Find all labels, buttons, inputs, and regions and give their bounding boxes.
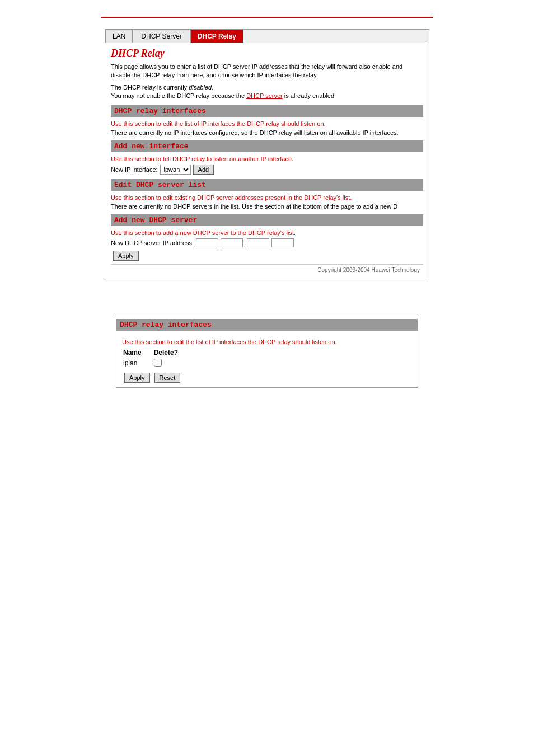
dhcp-server-link[interactable]: DHCP server: [246, 92, 283, 99]
tab-dhcp-server[interactable]: DHCP Server: [134, 30, 189, 43]
interfaces-table: Name Delete? iplan: [122, 348, 189, 369]
second-panel-apply-button[interactable]: Apply: [124, 373, 150, 383]
status-line2: You may not enable the DHCP relay becaus…: [111, 92, 246, 99]
edit-servers-desc: Use this section to edit existing DHCP s…: [111, 194, 423, 201]
section-header-edit-servers: Edit DHCP server list: [111, 179, 423, 191]
status-line3: is already enabled.: [283, 92, 336, 99]
add-server-desc: Use this section to add a new DHCP serve…: [111, 229, 423, 236]
section-header-add-server: Add new DHCP server: [111, 214, 423, 226]
main-content: DHCP Relay This page allows you to enter…: [105, 43, 429, 280]
status-disabled: disabled: [189, 84, 212, 91]
ip-address-inputs: .: [196, 238, 294, 247]
relay-interfaces-desc: Use this section to edit the list of IP …: [111, 120, 423, 127]
status-text: The DHCP relay is currently disabled. Yo…: [111, 83, 423, 101]
status-prefix: The DHCP relay is currently: [111, 84, 189, 91]
table-row: iplan: [122, 358, 189, 369]
ip-octet-1[interactable]: [196, 238, 218, 247]
second-panel: DHCP relay interfaces Use this section t…: [116, 314, 418, 388]
edit-servers-note: There are currently no DHCP servers in t…: [111, 203, 423, 210]
second-panel-content: Use this section to edit the list of IP …: [116, 334, 418, 387]
section-header-relay-interfaces: DHCP relay interfaces: [111, 105, 423, 117]
new-interface-label: New IP interface:: [111, 166, 158, 173]
second-panel-header: DHCP relay interfaces: [116, 319, 418, 331]
tab-lan[interactable]: LAN: [105, 30, 133, 43]
top-rule: [101, 17, 433, 18]
status-period: .: [212, 84, 213, 91]
page-title: DHCP Relay: [111, 48, 423, 59]
section-header-add-interface: Add new interface: [111, 140, 423, 152]
ip-octet-4[interactable]: [271, 238, 294, 247]
page-description: This page allows you to enter a list of …: [111, 63, 423, 80]
copyright: Copyright 2003-2004 Huawei Technology: [111, 264, 423, 275]
ip-dot-2: .: [244, 240, 246, 246]
relay-interfaces-note: There are currently no IP interfaces con…: [111, 129, 423, 136]
new-interface-row: New IP interface: ipwan iplan Add: [111, 165, 423, 175]
second-panel-btn-row: Apply Reset: [122, 373, 412, 383]
new-server-ip-row: New DHCP server IP address: .: [111, 238, 423, 247]
interface-delete-checkbox[interactable]: [154, 359, 162, 367]
page-wrapper: LAN DHCP Server DHCP Relay DHCP Relay Th…: [0, 0, 534, 756]
tab-dhcp-relay[interactable]: DHCP Relay: [190, 30, 243, 43]
new-server-ip-label: New DHCP server IP address:: [111, 240, 194, 246]
ip-octet-3[interactable]: [247, 238, 269, 247]
interface-delete-cell: [153, 358, 189, 369]
main-panel: LAN DHCP Server DHCP Relay DHCP Relay Th…: [105, 29, 429, 280]
apply-btn-row: Apply: [111, 251, 423, 261]
add-interface-desc: Use this section to tell DHCP relay to l…: [111, 156, 423, 162]
col-name: Name: [122, 348, 153, 358]
add-interface-button[interactable]: Add: [193, 165, 214, 175]
apply-button[interactable]: Apply: [113, 251, 139, 261]
tab-bar: LAN DHCP Server DHCP Relay: [105, 30, 429, 43]
col-delete: Delete?: [153, 348, 189, 358]
second-panel-reset-button[interactable]: Reset: [154, 373, 181, 383]
interface-name: iplan: [122, 358, 153, 369]
ip-octet-2[interactable]: [221, 238, 243, 247]
new-interface-select[interactable]: ipwan iplan: [160, 165, 191, 175]
second-panel-desc: Use this section to edit the list of IP …: [122, 339, 412, 345]
